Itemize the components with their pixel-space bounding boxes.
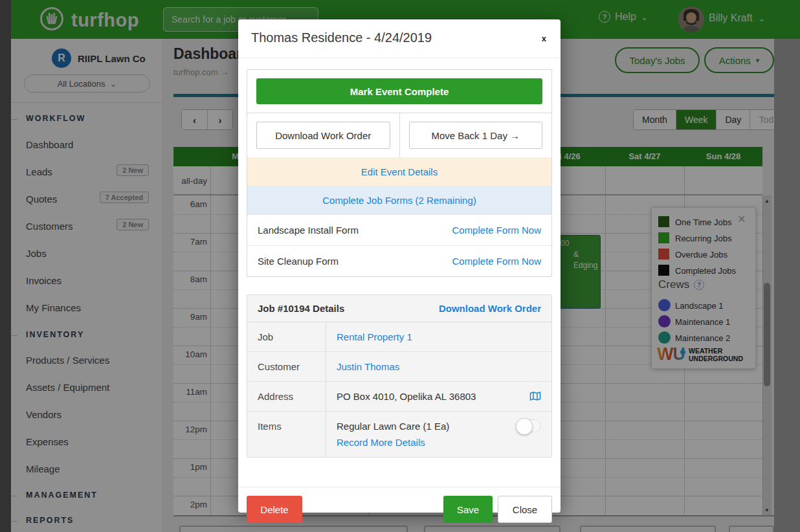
- delete-button[interactable]: Delete: [247, 496, 302, 523]
- complete-forms-row: Complete Job Forms (2 Remaining): [247, 186, 551, 214]
- table-row-job: Job Rental Property 1: [247, 322, 551, 352]
- event-modal: Thomas Residence - 4/24/2019 x Mark Even…: [238, 19, 561, 513]
- edit-event-row: Edit Event Details: [247, 157, 551, 186]
- form-row-landscape-install: Landscape Install Form Complete Form Now: [247, 214, 551, 245]
- row-label: Items: [247, 412, 326, 457]
- job-details-table: Job #10194 Details Download Work Order J…: [247, 294, 552, 458]
- mark-event-complete-button[interactable]: Mark Event Complete: [256, 78, 542, 104]
- move-back-cell: Move Back 1 Day →: [399, 113, 552, 157]
- customer-link[interactable]: Justin Thomas: [337, 361, 399, 372]
- job-details-title: Job #10194 Details: [258, 303, 344, 314]
- form-row-site-cleanup: Site Cleanup Form Complete Form Now: [247, 245, 551, 276]
- complete-form-now-link[interactable]: Complete Form Now: [452, 225, 541, 236]
- row-label: Job: [247, 322, 326, 351]
- table-row-customer: Customer Justin Thomas: [247, 352, 551, 382]
- record-more-details-link[interactable]: Record More Details: [337, 437, 425, 448]
- form-name: Landscape Install Form: [258, 225, 359, 236]
- item-value: Regular Lawn Care (1 Ea): [337, 421, 541, 432]
- mark-complete-row: Mark Event Complete: [247, 70, 551, 113]
- download-work-order-button[interactable]: Download Work Order: [256, 122, 390, 149]
- toggle-knob: [516, 418, 533, 435]
- address-value: PO Box 4010, Opelika AL 36803: [337, 391, 476, 402]
- form-name: Site Cleanup Form: [258, 256, 339, 267]
- event-actions-box: Mark Event Complete Download Work Order …: [247, 69, 552, 277]
- modal-close-icon[interactable]: x: [542, 34, 546, 43]
- job-details-header: Job #10194 Details Download Work Order: [247, 295, 551, 322]
- item-toggle[interactable]: [517, 419, 541, 432]
- row-label: Address: [247, 382, 326, 411]
- edit-event-details-link[interactable]: Edit Event Details: [361, 166, 438, 177]
- download-work-order-link[interactable]: Download Work Order: [439, 303, 541, 314]
- row-label: Customer: [247, 352, 326, 381]
- modal-title: Thomas Residence - 4/24/2019: [251, 30, 432, 45]
- move-back-one-day-button[interactable]: Move Back 1 Day →: [409, 122, 543, 149]
- close-button[interactable]: Close: [498, 496, 552, 523]
- complete-job-forms-link[interactable]: Complete Job Forms (2 Remaining): [322, 195, 476, 206]
- secondary-actions-row: Download Work Order Move Back 1 Day →: [247, 113, 551, 157]
- app-page: turfhop ? Help ⌄ Billy Kraft ⌄ R RIIPL L…: [0, 0, 800, 532]
- modal-header: Thomas Residence - 4/24/2019 x: [238, 19, 561, 58]
- table-row-items: Items Regular Lawn Care (1 Ea) Record Mo…: [247, 412, 551, 457]
- save-button[interactable]: Save: [443, 496, 493, 523]
- complete-form-now-link[interactable]: Complete Form Now: [452, 256, 541, 267]
- table-row-address: Address PO Box 4010, Opelika AL 36803: [247, 382, 551, 412]
- map-icon[interactable]: [529, 391, 541, 403]
- job-link[interactable]: Rental Property 1: [337, 331, 412, 342]
- modal-footer: Delete Save Close: [238, 487, 561, 513]
- download-cell: Download Work Order: [247, 113, 399, 157]
